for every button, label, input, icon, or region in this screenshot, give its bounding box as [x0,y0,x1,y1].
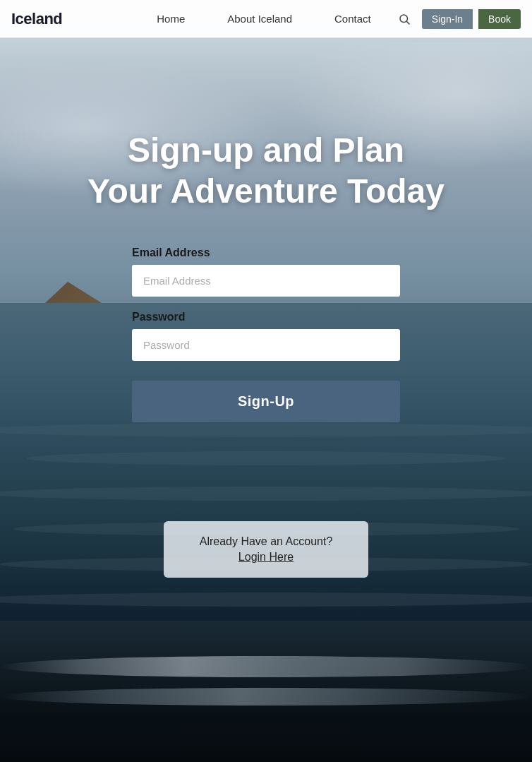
svg-point-0 [400,15,408,23]
hero-title: Sign-up and Plan Your Adventure Today [87,130,445,211]
search-icon [398,13,411,25]
account-box: Already Have an Account? Login Here [164,521,368,578]
search-button[interactable] [392,10,416,28]
signin-button[interactable]: Sign-In [422,9,473,29]
hero-title-line1: Sign-up and Plan [128,131,404,169]
password-input[interactable] [132,329,400,361]
signup-button[interactable]: Sign-Up [132,381,400,422]
email-label: Email Address [132,246,400,259]
svg-line-1 [406,21,409,24]
hero-title-line2: Your Adventure Today [87,172,445,210]
nav-about[interactable]: About Iceland [227,13,292,25]
password-label: Password [132,311,400,323]
signup-form: Email Address Password Sign-Up [132,246,400,422]
content-overlay: Sign-up and Plan Your Adventure Today Em… [0,38,532,762]
site-logo[interactable]: Iceland [11,10,62,28]
email-input[interactable] [132,265,400,297]
nav-contact[interactable]: Contact [334,13,371,25]
navbar: Iceland Home About Iceland Contact Sign-… [0,0,532,38]
nav-home[interactable]: Home [157,13,185,25]
book-button[interactable]: Book [478,9,521,29]
nav-links: Home About Iceland Contact [157,13,370,25]
account-prompt: Already Have an Account? [185,535,347,548]
nav-actions: Sign-In Book [392,9,521,29]
login-link[interactable]: Login Here [238,551,294,563]
hero-section: Sign-up and Plan Your Adventure Today Em… [0,0,532,762]
